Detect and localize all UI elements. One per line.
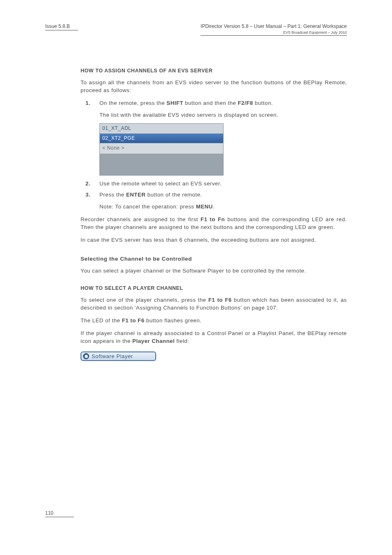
software-player-label: Software Player — [92, 353, 133, 359]
step-3: 3. Press the ENTER button of the remote. — [99, 191, 347, 199]
para-select-3a: If the player channel is already associa… — [81, 330, 347, 344]
para-recorder: Recorder channels are assigned to the fi… — [81, 215, 347, 231]
step-3-num: 3. — [85, 191, 90, 199]
step-3-btn-enter: ENTER — [126, 192, 145, 198]
header-issue: Issue 5.8.B — [45, 23, 78, 30]
software-player-badge[interactable]: Software Player — [81, 352, 156, 361]
step-1-suffix: button. — [253, 100, 273, 106]
step-1: 1. On the remote, press the SHIFT button… — [99, 99, 347, 107]
para-less6: In case the EVS server has less than 6 c… — [81, 236, 347, 244]
step-note: Note: To cancel the operation: press MEN… — [99, 203, 347, 210]
note-btn-menu: MENU — [196, 204, 213, 210]
header-title: IPDirector Version 5.8 – User Manual – P… — [201, 23, 347, 29]
para-select-3c: field: — [176, 338, 189, 344]
step-1-btn-f2f8: F2/F8 — [238, 100, 253, 106]
para-select-3b: Player Channel — [132, 338, 176, 344]
step-2-text: Use the remote wheel to select an EVS se… — [99, 180, 221, 187]
step-3-prefix: Press the — [99, 192, 126, 198]
para-select-2c: button flashes green. — [146, 317, 202, 324]
step-1-followup: The list with the available EVS video se… — [99, 111, 347, 119]
step-2-num: 2. — [85, 180, 90, 187]
step-1-btn-shift: SHIFT — [166, 100, 183, 106]
step-1-mid: button and then the — [183, 100, 238, 106]
server-listbox[interactable]: 01_XT_ADL 02_XT2_PGE < None > — [99, 123, 224, 176]
para-select-1: To select one of the player channels, pr… — [81, 296, 347, 312]
para-intro: To assign all the channels from an EVS v… — [81, 79, 347, 94]
listbox-filler — [100, 154, 223, 175]
step-3-suffix: button of the remote. — [145, 192, 202, 198]
listbox-row-1[interactable]: 01_XT_ADL — [100, 124, 223, 134]
beplay-remote-icon — [83, 353, 89, 359]
step-2: 2. Use the remote wheel to select an EVS… — [99, 180, 347, 187]
para-select-2b: F1 to F6 — [122, 317, 146, 324]
note-prefix: Note: To cancel the operation: press — [99, 204, 196, 210]
para-select-1a: To select one of the player channels, pr… — [81, 297, 208, 303]
header-subtitle: EVS Broadcast Equipment – July 2010 — [201, 30, 347, 36]
note-suffix: . — [213, 204, 214, 210]
para-select-2: The LED of the F1 to F6 button flashes g… — [81, 317, 347, 324]
page-number: 110 — [45, 510, 74, 517]
para-recorder-b: F1 to Fn — [201, 216, 225, 222]
para-select-2a: The LED of the — [81, 317, 122, 324]
para-recorder-a: Recorder channels are assigned to the fi… — [81, 216, 201, 222]
step-1-prefix: On the remote, press the — [99, 100, 166, 106]
listbox-row-none[interactable]: < None > — [100, 143, 223, 153]
heading-how-to-assign: HOW TO ASSIGN CHANNELS OF AN EVS SERVER — [81, 68, 347, 74]
para-select-1b: F1 to F6 — [208, 297, 232, 303]
heading-select-player: HOW TO SELECT A PLAYER CHANNEL — [81, 285, 347, 291]
heading-selecting: Selecting the Channel to be Controlled — [81, 256, 347, 262]
listbox-row-2-selected[interactable]: 02_XT2_PGE — [100, 134, 223, 143]
step-1-num: 1. — [85, 99, 90, 107]
para-selecting: You can select a player channel or the S… — [81, 267, 347, 275]
para-select-3: If the player channel is already associa… — [81, 329, 347, 345]
